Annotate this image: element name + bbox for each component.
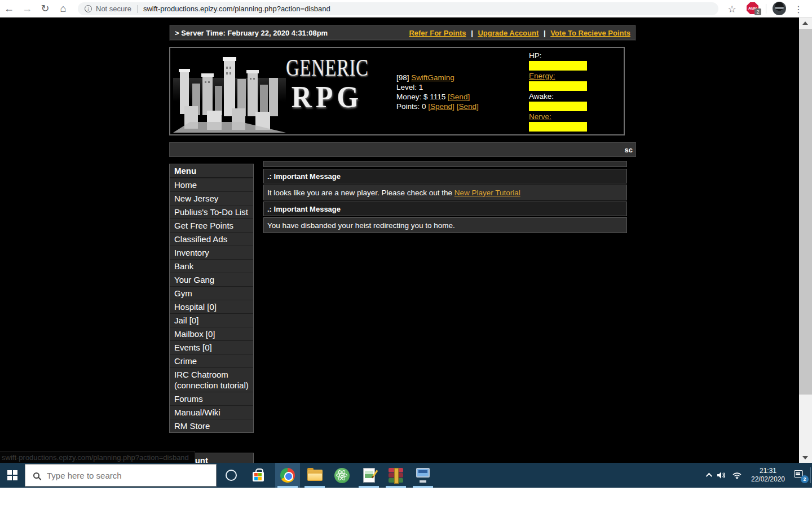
volume-icon[interactable] <box>717 471 726 479</box>
bookmark-star-icon[interactable]: ☆ <box>725 2 739 16</box>
sidebar-item-irc-chatroom[interactable]: IRC Chatroom (connection tutorial) <box>170 367 253 392</box>
sidebar-item-gym[interactable]: Gym <box>170 286 253 300</box>
sidebar-item-mailbox[interactable]: Mailbox [0] <box>170 327 253 340</box>
money-send-link[interactable]: [Send] <box>448 93 470 101</box>
points-send-link[interactable]: [Send] <box>457 102 479 111</box>
document-icon <box>363 468 375 483</box>
address-divider <box>137 5 138 13</box>
awake-bar <box>529 102 587 111</box>
url-text: swift-productions.epizy.com/planning.php… <box>143 5 330 13</box>
hp-bar <box>529 61 587 71</box>
player-name-link[interactable]: SwiftGaming <box>411 73 454 82</box>
news-ticker: sc <box>169 142 636 157</box>
microsoft-store-button[interactable] <box>246 463 271 488</box>
profile-avatar[interactable] <box>773 2 786 15</box>
system-tray: 21:31 22/02/2020 2 <box>706 463 806 488</box>
atom-app-button[interactable] <box>329 463 354 488</box>
taskbar-clock[interactable]: 21:31 22/02/2020 <box>748 467 788 484</box>
sidebar-item-your-gang[interactable]: Your Gang <box>170 273 253 286</box>
browser-toolbar: ← → ↻ ⌂ i Not secure swift-productions.e… <box>0 0 812 17</box>
vote-link[interactable]: Vote To Recieve Points <box>550 29 630 37</box>
info-icon[interactable]: i <box>85 5 92 12</box>
sidebar-item-forums[interactable]: Forums <box>170 392 253 405</box>
reload-icon[interactable]: ↻ <box>36 1 54 16</box>
points-spend-link[interactable]: [Spend] <box>428 102 454 111</box>
home-icon[interactable]: ⌂ <box>54 1 72 16</box>
show-desktop-button[interactable] <box>810 467 811 483</box>
wifi-icon[interactable] <box>732 471 742 480</box>
important-message-header-1: .: Important Message <box>263 169 627 183</box>
forward-icon[interactable]: → <box>18 1 36 16</box>
energy-label-link[interactable]: Energy: <box>529 72 591 81</box>
sidebar-item-rm-store[interactable]: RM Store <box>170 419 253 432</box>
sidebar-item-bank[interactable]: Bank <box>170 259 253 273</box>
sidebar-item-get-free-points[interactable]: Get Free Points <box>170 218 253 232</box>
clock-date: 22/02/2020 <box>748 475 788 484</box>
sidebar-item-inventory[interactable]: Inventory <box>170 246 253 259</box>
ticker-text: sc <box>625 146 633 154</box>
sidebar-item-home[interactable]: Home <box>170 178 253 191</box>
important-message-header-2: .: Important Message <box>263 202 627 216</box>
logo-line2: RPG <box>286 78 368 115</box>
taskbar-search[interactable] <box>25 464 217 487</box>
awake-label: Awake: <box>529 92 591 101</box>
windows-taskbar: 21:31 22/02/2020 2 <box>0 463 812 488</box>
sidebar-item-events[interactable]: Events [0] <box>170 340 253 354</box>
winrar-icon <box>389 468 403 483</box>
scrollbar-down-arrow[interactable] <box>802 456 808 459</box>
sidebar-item-crime[interactable]: Crime <box>170 354 253 367</box>
notepad-app-button[interactable] <box>356 463 381 488</box>
back-icon[interactable]: ← <box>0 1 18 16</box>
sidebar-item-classified-ads[interactable]: Classified Ads <box>170 232 253 246</box>
page-viewport: > Server Time: February 22, 2020 4:31:08… <box>0 17 812 463</box>
screen-bottom-margin <box>0 488 812 508</box>
server-time-bar: > Server Time: February 22, 2020 4:31:08… <box>169 25 636 41</box>
sidebar-item-hospital[interactable]: Hospital [0] <box>170 300 253 313</box>
message-text: You have disbanded your heist redirectin… <box>267 221 455 230</box>
money-value: $ 1115 <box>423 93 445 101</box>
nerve-bar <box>529 122 587 132</box>
sidebar-item-todo-list[interactable]: Publius's To-Do List <box>170 205 253 218</box>
topbar-links: Refer For Points | Upgrade Account | Vot… <box>409 29 630 37</box>
toolbar-separator <box>766 4 766 14</box>
points-value: 0 <box>422 102 426 111</box>
address-bar[interactable]: i Not secure swift-productions.epizy.com… <box>78 2 718 15</box>
tray-chevron-up-icon[interactable] <box>706 473 712 479</box>
game-header-box: GENERIC RPG [98] SwiftGaming Level: 1 Mo… <box>169 47 625 135</box>
action-center-button[interactable]: 2 <box>794 468 806 482</box>
energy-bar <box>529 81 587 91</box>
folder-icon <box>307 470 323 481</box>
scrollbar-up-arrow[interactable] <box>802 21 808 25</box>
message-text: It looks like you are a new player. Plea… <box>267 189 454 197</box>
link-separator: | <box>471 29 473 37</box>
new-player-tutorial-link[interactable]: New Player Tutorial <box>454 189 520 197</box>
search-input[interactable] <box>47 471 208 480</box>
cortana-icon <box>226 470 237 481</box>
player-info: [98] SwiftGaming Level: 1 Money: $ 1115 … <box>396 73 479 111</box>
page-scrollbar[interactable] <box>799 17 812 463</box>
scrollbar-thumb[interactable] <box>799 29 812 395</box>
upgrade-account-link[interactable]: Upgrade Account <box>478 29 539 37</box>
browser-menu-icon[interactable]: ⋮ <box>792 2 805 16</box>
link-separator: | <box>544 29 546 37</box>
sidebar-item-manual-wiki[interactable]: Manual/Wiki <box>170 405 253 419</box>
refer-for-points-link[interactable]: Refer For Points <box>409 29 466 37</box>
start-button[interactable] <box>0 463 25 488</box>
server-time: > Server Time: February 22, 2020 4:31:08… <box>175 29 328 37</box>
sidebar-item-new-jersey[interactable]: New Jersey <box>170 191 253 205</box>
cortana-button[interactable] <box>219 463 244 488</box>
nerve-label-link[interactable]: Nerve: <box>529 112 591 121</box>
notification-badge: 2 <box>801 475 809 483</box>
logo-wordmark: GENERIC RPG <box>286 55 368 113</box>
player-money-row: Money: $ 1115 [Send] <box>396 92 479 102</box>
remote-desktop-button[interactable] <box>411 463 435 488</box>
winrar-button[interactable] <box>383 463 408 488</box>
chrome-icon <box>280 468 295 483</box>
game-logo: GENERIC RPG <box>173 50 369 133</box>
sidebar-menu: Menu Home New Jersey Publius's To-Do Lis… <box>169 164 254 433</box>
level-value: 1 <box>419 83 423 91</box>
file-explorer-button[interactable] <box>302 463 327 488</box>
sidebar-item-jail[interactable]: Jail [0] <box>170 313 253 327</box>
chrome-taskbar-button[interactable] <box>275 463 300 488</box>
empty-bar <box>263 161 627 167</box>
